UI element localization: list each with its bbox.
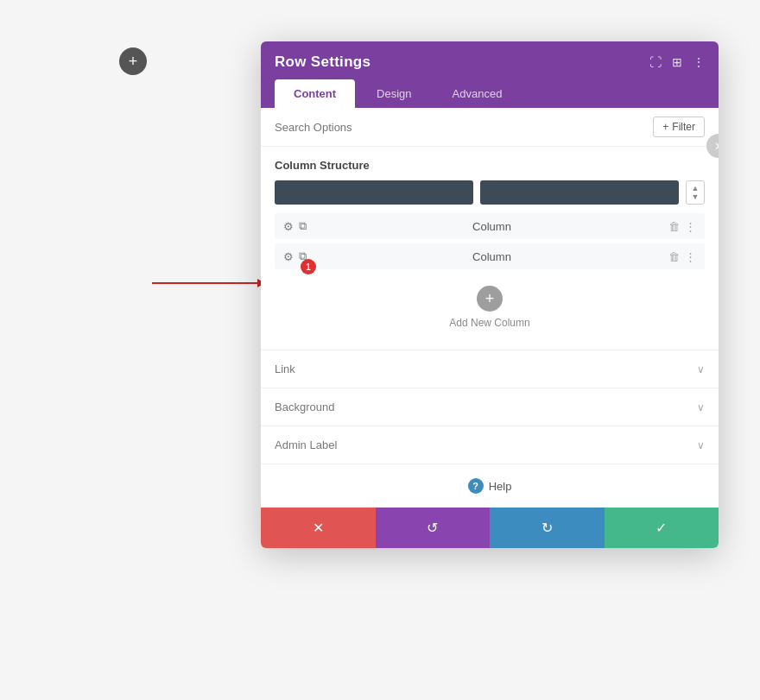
modal-title: Row Settings (275, 54, 370, 71)
arrow-up-icon: ▲ (692, 184, 700, 192)
close-icon: ✕ (714, 140, 719, 153)
arrow-down-icon: ▼ (692, 192, 700, 201)
modal-tabs: Content Design Advanced (275, 79, 705, 108)
dots-icon-col1[interactable]: ⋮ (685, 220, 696, 233)
plus-icon-add-col: + (485, 290, 495, 308)
tab-design[interactable]: Design (358, 79, 430, 108)
reset-icon: ↺ (427, 520, 438, 536)
modal-title-row: Row Settings ⛶ ⊞ ⋮ (275, 54, 705, 71)
column-bar-2 (480, 180, 679, 205)
column-row-2: ⚙ ⧉ Column 🗑 ⋮ 1 (275, 243, 705, 269)
modal-header-icons: ⛶ ⊞ ⋮ (649, 55, 705, 69)
column-structure-bars: ▲ ▼ (275, 180, 705, 205)
column-row-1: ⚙ ⧉ Column 🗑 ⋮ (275, 213, 705, 239)
column-row-1-label: Column (315, 220, 668, 233)
modal-header: Row Settings ⛶ ⊞ ⋮ Content Design Advanc… (261, 41, 719, 108)
search-row: + Filter (261, 108, 719, 147)
dots-icon-col2[interactable]: ⋮ (685, 250, 696, 263)
redo-icon: ↻ (542, 520, 553, 536)
expand-icon[interactable]: ⛶ (649, 55, 662, 69)
help-section: ? Help (261, 464, 719, 508)
save-button[interactable]: ✓ (605, 508, 719, 548)
cancel-button[interactable]: ✕ (261, 508, 376, 548)
background-section[interactable]: Background ∨ (261, 388, 719, 426)
link-chevron-icon: ∨ (697, 363, 705, 375)
modal-body: Column Structure ▲ ▼ ⚙ ⧉ Colum (261, 147, 719, 548)
search-input[interactable] (275, 121, 653, 134)
trash-icon-col1[interactable]: 🗑 (668, 220, 680, 233)
column-row-1-actions: 🗑 ⋮ (668, 220, 696, 233)
filter-button[interactable]: + Filter (653, 117, 705, 137)
link-label: Link (275, 363, 295, 375)
link-section[interactable]: Link ∨ (261, 350, 719, 388)
redo-button[interactable]: ↻ (490, 508, 605, 548)
save-icon: ✓ (656, 520, 667, 536)
page-background: + Row Settings ⛶ ⊞ ⋮ Content Design Adva… (0, 0, 760, 700)
add-column-label: Add New Column (449, 317, 529, 329)
copy-icon-col1[interactable]: ⧉ (299, 219, 307, 233)
background-chevron-icon: ∨ (697, 401, 705, 413)
section-title-column-structure: Column Structure (275, 159, 705, 172)
badge-1: 1 (301, 259, 316, 274)
plus-icon: + (129, 53, 138, 71)
gear-icon-col1[interactable]: ⚙ (283, 220, 294, 233)
reset-button[interactable]: ↺ (376, 508, 491, 548)
background-label: Background (275, 400, 334, 413)
gear-icon-col2[interactable]: ⚙ (283, 250, 294, 263)
row-settings-modal: Row Settings ⛶ ⊞ ⋮ Content Design Advanc… (261, 41, 719, 548)
admin-label-label: Admin Label (275, 438, 337, 451)
column-arrows-stepper[interactable]: ▲ ▼ (686, 180, 705, 205)
tab-advanced[interactable]: Advanced (434, 79, 522, 108)
column-structure-section: Column Structure ▲ ▼ ⚙ ⧉ Colum (261, 147, 719, 350)
column-bar-1 (275, 180, 473, 205)
admin-label-chevron-icon: ∨ (697, 439, 705, 451)
more-vert-icon[interactable]: ⋮ (693, 55, 705, 69)
filter-label: Filter (672, 121, 695, 133)
columns-icon[interactable]: ⊞ (672, 55, 682, 69)
help-label: Help (489, 480, 512, 493)
column-row-2-label: Column (315, 250, 668, 263)
column-row-1-icons: ⚙ ⧉ (283, 219, 307, 233)
filter-icon: + (662, 121, 668, 133)
arrow-line (152, 282, 264, 284)
admin-label-section[interactable]: Admin Label ∨ (261, 426, 719, 464)
cancel-icon: ✕ (313, 520, 324, 536)
add-new-column-area: + Add New Column (275, 274, 705, 343)
tab-content[interactable]: Content (275, 79, 355, 108)
add-column-button[interactable]: + (477, 286, 503, 312)
column-row-2-actions: 🗑 ⋮ (668, 250, 696, 263)
trash-icon-col2[interactable]: 🗑 (668, 250, 680, 263)
arrow-annotation (152, 282, 264, 284)
help-icon[interactable]: ? (468, 478, 484, 494)
modal-footer: ✕ ↺ ↻ ✓ (261, 508, 719, 548)
add-circle-button[interactable]: + (119, 47, 147, 75)
